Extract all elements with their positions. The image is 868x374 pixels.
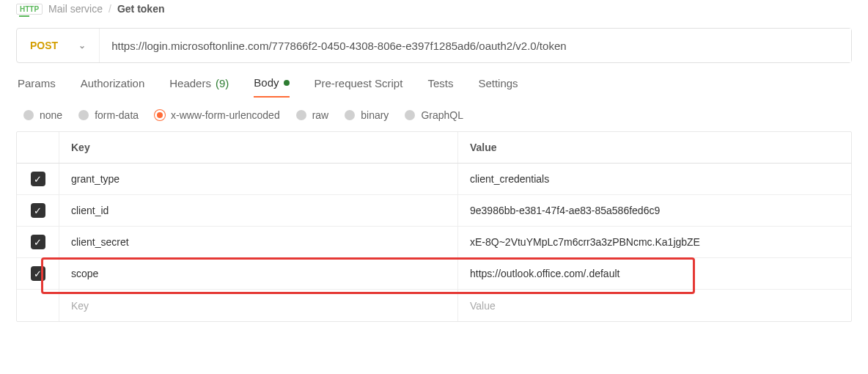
radio-icon: [345, 110, 355, 120]
tab-authorization[interactable]: Authorization: [81, 76, 145, 98]
breadcrumb-parent[interactable]: Mail service: [48, 3, 103, 15]
tab-headers[interactable]: Headers (9): [169, 76, 229, 98]
tab-headers-count: (9): [216, 77, 229, 89]
tab-tests[interactable]: Tests: [427, 76, 453, 98]
radio-none[interactable]: none: [23, 109, 62, 121]
radio-icon: [405, 110, 415, 120]
radio-formdata[interactable]: form-data: [78, 109, 139, 121]
tab-params[interactable]: Params: [18, 76, 56, 98]
table-row-empty: Key Value: [17, 290, 851, 321]
radio-icon: [78, 110, 89, 120]
radio-icon: [23, 110, 34, 120]
row-checkbox[interactable]: ✓: [31, 235, 45, 249]
tab-prerequest[interactable]: Pre-request Script: [315, 76, 403, 98]
table-row: ✓ client_id 9e3986bb-e381-47f4-ae83-85a5…: [17, 195, 851, 227]
body-active-dot-icon: [284, 80, 290, 86]
row-checkbox[interactable]: ✓: [31, 172, 45, 186]
row-checkbox[interactable]: ✓: [31, 266, 45, 281]
cell-value[interactable]: 9e3986bb-e381-47f4-ae83-85a586fed6c9: [458, 195, 851, 226]
radio-icon: [155, 110, 165, 120]
header-value: Value: [458, 132, 851, 163]
table-row: ✓ grant_type client_credentials: [17, 164, 851, 195]
cell-key-placeholder[interactable]: Key: [59, 290, 458, 321]
radio-icon: [296, 110, 306, 120]
method-select[interactable]: POST ⌄: [17, 29, 100, 62]
table-row: ✓ scope https://outlook.office.com/.defa…: [17, 258, 851, 290]
cell-key[interactable]: client_secret: [59, 227, 458, 257]
breadcrumb: HTTP Mail service / Get token: [16, 0, 852, 28]
header-key: Key: [59, 132, 458, 163]
cell-key[interactable]: client_id: [59, 195, 458, 226]
body-type-radios: none form-data x-www-form-urlencoded raw…: [16, 98, 852, 131]
table-header-row: Key Value: [17, 132, 851, 164]
request-bar: POST ⌄: [16, 28, 852, 63]
form-params-table: Key Value ✓ grant_type client_credential…: [16, 131, 852, 322]
cell-value-placeholder[interactable]: Value: [458, 290, 851, 321]
tab-body-label: Body: [254, 76, 279, 89]
cell-value[interactable]: xE-8Q~2VtuYMpLc7m6crr3a3zPBNcmc.Ka1jgbZE: [458, 227, 851, 257]
chevron-down-icon: ⌄: [78, 40, 86, 51]
table-row: ✓ client_secret xE-8Q~2VtuYMpLc7m6crr3a3…: [17, 227, 851, 258]
breadcrumb-current: Get token: [117, 3, 165, 15]
url-input[interactable]: [100, 29, 851, 62]
cell-key[interactable]: scope: [59, 258, 458, 289]
radio-graphql[interactable]: GraphQL: [405, 109, 463, 121]
radio-binary[interactable]: binary: [345, 109, 389, 121]
cell-value[interactable]: client_credentials: [458, 164, 851, 194]
cell-key[interactable]: grant_type: [59, 164, 458, 194]
tab-body[interactable]: Body: [254, 76, 289, 98]
tab-headers-label: Headers: [169, 77, 211, 89]
cell-value[interactable]: https://outlook.office.com/.default: [458, 258, 851, 289]
tab-settings[interactable]: Settings: [478, 76, 518, 98]
row-checkbox[interactable]: ✓: [31, 203, 45, 218]
method-label: POST: [30, 40, 58, 51]
request-tabs: Params Authorization Headers (9) Body Pr…: [16, 63, 852, 98]
radio-raw[interactable]: raw: [296, 109, 329, 121]
http-badge-icon: HTTP: [16, 4, 43, 15]
breadcrumb-separator: /: [108, 3, 111, 15]
radio-urlencoded[interactable]: x-www-form-urlencoded: [155, 109, 280, 121]
